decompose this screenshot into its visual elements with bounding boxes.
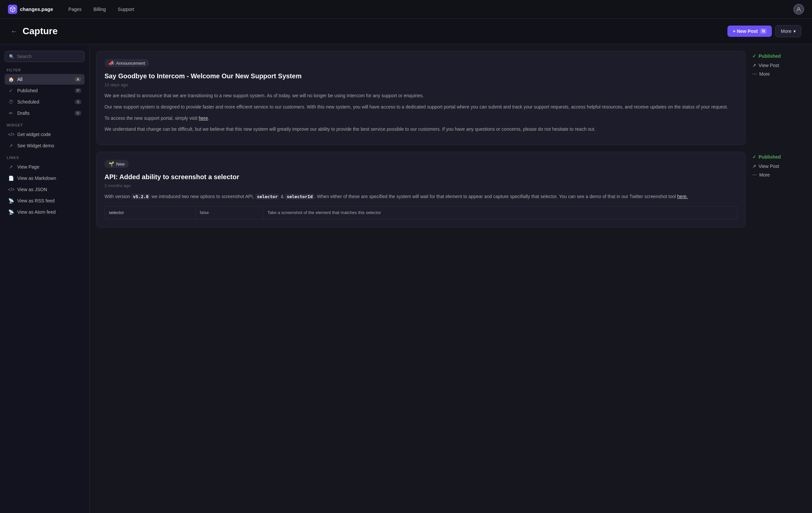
main-content: 📣 Announcement Say Goodbye to Intercom -… <box>90 44 812 513</box>
sidebar-all-badge: A <box>75 77 81 82</box>
page-title: Capture <box>23 26 727 36</box>
dots-icon-2: ⋯ <box>752 172 757 177</box>
sidebar-item-view-markdown[interactable]: 📄 View as Markdown <box>5 173 85 183</box>
json-icon: </> <box>8 187 14 192</box>
brand-name: changes.page <box>20 6 53 12</box>
more-icon: ▾ <box>793 29 796 34</box>
post-1-time: 13 days ago <box>105 82 737 87</box>
post-2-more[interactable]: ⋯ More <box>752 172 805 177</box>
post-2-view-label: View Post <box>759 164 779 169</box>
sidebar-widget-demo-label: See Widget demo <box>17 143 81 148</box>
sidebar-item-view-rss[interactable]: 📡 View as RSS feed <box>5 195 85 206</box>
post-2-more-label: More <box>759 172 770 177</box>
sidebar-view-markdown-label: View as Markdown <box>17 175 81 181</box>
new-post-label: + New Post <box>733 29 758 34</box>
sidebar-view-atom-label: View as Atom feed <box>17 209 81 215</box>
post-1-tag-label: Announcement <box>116 61 145 66</box>
sidebar-item-view-page[interactable]: ↗ View Page <box>5 162 85 172</box>
sidebar-scheduled-label: Scheduled <box>17 99 71 105</box>
topnav-links: Pages Billing Support <box>64 5 793 14</box>
sidebar-published-badge: P <box>75 88 81 93</box>
sidebar: 🔍 FILTER 🏠 All A ✓ Published P ⏱ Schedul… <box>0 44 90 513</box>
sidebar-view-page-label: View Page <box>17 164 81 170</box>
layout: 🔍 FILTER 🏠 All A ✓ Published P ⏱ Schedul… <box>0 44 812 513</box>
search-input[interactable] <box>17 54 80 59</box>
sidebar-item-widget-demo[interactable]: ↗ See Widget demo <box>5 140 85 151</box>
post-1-status: ✓ Published <box>752 53 805 59</box>
post-1-body: We are excited to announce that we are t… <box>105 92 737 133</box>
nav-support[interactable]: Support <box>113 5 139 14</box>
post-2-para-1: With version v5.2.0 we introduced two ne… <box>105 193 737 201</box>
selector-id-code: selectorId <box>285 194 314 199</box>
check-green-icon-2: ✓ <box>752 154 756 160</box>
sidebar-scheduled-badge: S <box>75 99 81 104</box>
search-box[interactable]: 🔍 <box>5 51 85 62</box>
widget-label: WIDGET <box>5 123 85 127</box>
pencil-icon: ✏ <box>8 111 14 116</box>
post-2-actions: ✓ Published ↗ View Post ⋯ More <box>752 152 805 228</box>
external-link-icon: ↗ <box>8 143 14 148</box>
code-icon: </> <box>8 132 14 137</box>
topnav: changes.page Pages Billing Support <box>0 0 812 19</box>
sidebar-widget-code-label: Get widget code <box>17 132 81 137</box>
search-icon: 🔍 <box>9 54 14 59</box>
sidebar-view-json-label: View as JSON <box>17 187 81 192</box>
post-2-here-link[interactable]: here. <box>677 194 688 199</box>
version-code: v5.2.0 <box>132 194 150 199</box>
sidebar-item-published[interactable]: ✓ Published P <box>5 85 85 96</box>
post-1-actions: ✓ Published ↗ View Post ⋯ More <box>752 51 805 145</box>
new-post-button[interactable]: + New Post N <box>727 26 772 37</box>
new-icon: 🌱 <box>109 161 114 167</box>
post-1-para-4: We understand that change can be difficu… <box>105 125 737 133</box>
sidebar-item-all[interactable]: 🏠 All A <box>5 74 85 85</box>
post-2-table: selector false Take a screenshot of the … <box>105 206 737 219</box>
external-link-icon-2: ↗ <box>752 164 756 169</box>
post-2-tag-label: New <box>116 162 125 167</box>
logo[interactable]: changes.page <box>8 5 53 14</box>
post-2-time: 2 months ago <box>105 183 737 188</box>
sidebar-item-scheduled[interactable]: ⏱ Scheduled S <box>5 96 85 107</box>
sidebar-item-drafts[interactable]: ✏ Drafts D <box>5 108 85 118</box>
table-col-1: selector <box>105 206 196 219</box>
check-icon: ✓ <box>8 88 14 93</box>
post-card-1: 📣 Announcement Say Goodbye to Intercom -… <box>96 51 746 145</box>
selector-code: selector <box>255 194 280 199</box>
post-2-title: API: Added ability to screenshot a selec… <box>105 173 737 181</box>
post-1-title: Say Goodbye to Intercom - Welcome Our Ne… <box>105 72 737 80</box>
sidebar-item-widget-code[interactable]: </> Get widget code <box>5 129 85 140</box>
table-col-2: false <box>196 206 263 219</box>
sidebar-published-label: Published <box>17 88 71 93</box>
markdown-icon: 📄 <box>8 175 14 181</box>
post-1-view-post[interactable]: ↗ View Post <box>752 63 805 68</box>
atom-icon: 📡 <box>8 209 14 215</box>
post-1-more-label: More <box>759 72 770 77</box>
post-1-para-2: Our new support system is designed to pr… <box>105 103 737 111</box>
nav-billing[interactable]: Billing <box>89 5 111 14</box>
table-col-3: Take a screenshot of the element that ma… <box>263 206 737 219</box>
rss-icon: 📡 <box>8 198 14 203</box>
clock-icon: ⏱ <box>8 99 14 105</box>
new-post-shortcut: N <box>760 29 766 34</box>
svg-point-1 <box>798 8 800 10</box>
sidebar-drafts-badge: D <box>75 111 81 115</box>
back-button[interactable]: ← <box>10 28 17 35</box>
sidebar-item-view-atom[interactable]: 📡 View as Atom feed <box>5 207 85 217</box>
post-1-more[interactable]: ⋯ More <box>752 72 805 77</box>
post-1-here-link[interactable]: here <box>199 115 208 121</box>
sidebar-item-view-json[interactable]: </> View as JSON <box>5 184 85 195</box>
post-2-status: ✓ Published <box>752 154 805 160</box>
nav-pages[interactable]: Pages <box>64 5 86 14</box>
post-1-para-3: To access the new support portal, simply… <box>105 114 737 122</box>
post-2-view-post[interactable]: ↗ View Post <box>752 164 805 169</box>
view-page-icon: ↗ <box>8 164 14 170</box>
post-1-status-label: Published <box>759 53 781 59</box>
dots-icon-1: ⋯ <box>752 72 757 77</box>
sidebar-drafts-label: Drafts <box>17 111 71 116</box>
post-1-tag: 📣 Announcement <box>105 59 149 67</box>
post-2-status-label: Published <box>759 154 781 160</box>
user-avatar[interactable] <box>793 4 804 15</box>
more-button[interactable]: More ▾ <box>775 25 802 37</box>
sidebar-all-label: All <box>17 77 71 82</box>
check-green-icon: ✓ <box>752 53 756 59</box>
sidebar-view-rss-label: View as RSS feed <box>17 198 81 203</box>
